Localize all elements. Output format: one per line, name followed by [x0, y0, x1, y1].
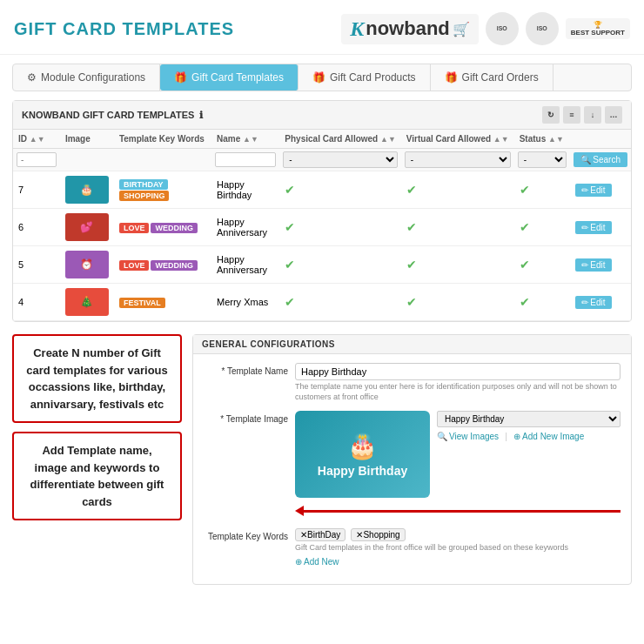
check-icon: ✔: [285, 258, 295, 272]
col-status[interactable]: Status ▲▼: [514, 130, 570, 149]
iso-badge-2: ISO: [526, 12, 559, 45]
cell-status: ✔: [514, 284, 570, 321]
view-images-link[interactable]: 🔍 View Images: [437, 432, 499, 441]
template-name-field[interactable]: [295, 363, 621, 380]
tab-gift-card-orders[interactable]: 🎁 Gift Card Orders: [431, 64, 553, 91]
filter-search-cell: 🔍 Search: [570, 149, 632, 171]
cell-edit: ✏ Edit: [570, 209, 632, 246]
filter-status-cell: -ActiveInactive: [514, 149, 570, 171]
main-content: ⚙ Module Configurations 🎁 Gift Card Temp…: [0, 55, 644, 594]
cell-image: ⏰: [60, 246, 114, 284]
check-icon: ✔: [406, 258, 417, 272]
keyword-tag-shopping: ✕ Shopping: [351, 528, 405, 541]
card-image-select[interactable]: Happy Birthday: [437, 411, 621, 427]
cell-tags: BIRTHDAYSHOPPING: [114, 171, 211, 209]
keywords-tags: ✕ BirthDay ✕ Shopping: [295, 528, 621, 541]
keyword-tag: SHOPPING: [119, 191, 170, 201]
card-thumbnail: 🎂: [65, 176, 109, 204]
search-button[interactable]: 🔍 Search: [574, 152, 627, 167]
filter-virtual-select[interactable]: -YesNo: [405, 151, 511, 168]
filter-name-cell: [211, 149, 279, 171]
gear-icon: ⚙: [27, 71, 37, 84]
card-controls: Happy Birthday 🔍 View Images |: [437, 411, 621, 441]
keywords-hint: Gift Card templates in the front office …: [295, 543, 621, 553]
header-logos: K nowband 🛒 ISO ISO 🏆 BEST SUPPORT: [341, 12, 630, 45]
check-icon: ✔: [406, 183, 417, 197]
filter-name-input[interactable]: [215, 152, 276, 167]
card-select-row: Happy Birthday: [437, 411, 621, 427]
cell-name: Happy Anniversary: [211, 209, 279, 246]
add-new-keyword-link[interactable]: ⊕ Add New: [295, 557, 339, 567]
col-physical[interactable]: Physical Card Allowed ▲▼: [279, 130, 401, 149]
template-keywords-label: Template Key Words: [204, 528, 295, 541]
filter-row: -YesNo -YesNo -ActiveInactive 🔍 Search: [13, 149, 631, 171]
filter-id-input[interactable]: [17, 152, 57, 167]
tab-module-config[interactable]: ⚙ Module Configurations: [13, 64, 160, 91]
template-name-row: * Template Name The template name you en…: [204, 363, 621, 402]
export-button[interactable]: ↓: [584, 106, 601, 124]
filter-image-cell: [60, 149, 114, 171]
config-panel: GENERAL CONFIGURATIONS * Template Name T…: [192, 334, 632, 585]
template-image-input-area: 🎂 Happy Birthday Happy Birthday: [295, 411, 621, 520]
more-button[interactable]: …: [605, 106, 622, 124]
cake-icon: 🎂: [347, 432, 378, 460]
template-image-row: * Template Image 🎂 Happy Birthday: [204, 411, 621, 520]
edit-button[interactable]: ✏ Edit: [575, 296, 612, 309]
cell-id: 5: [13, 246, 60, 284]
edit-button[interactable]: ✏ Edit: [575, 184, 612, 197]
check-icon: ✔: [520, 295, 530, 309]
giftcard-icon: 🎁: [174, 71, 187, 84]
filter-status-select[interactable]: -ActiveInactive: [518, 151, 567, 168]
col-keywords: Template Key Words: [114, 130, 211, 149]
refresh-button[interactable]: ↻: [542, 106, 560, 124]
filter-physical-cell: -YesNo: [279, 149, 401, 171]
cart-icon: 🛒: [453, 21, 470, 37]
template-keywords-row: Template Key Words ✕ BirthDay ✕ Shopping: [204, 528, 621, 567]
card-thumbnail: 🎄: [65, 288, 109, 316]
col-id[interactable]: ID ▲▼: [13, 130, 60, 149]
filter-virtual-cell: -YesNo: [401, 149, 514, 171]
config-button[interactable]: ≡: [563, 106, 580, 124]
template-name-hint: The template name you enter here is for …: [295, 382, 621, 402]
tab-gift-card-templates[interactable]: 🎁 Gift Card Templates: [160, 64, 299, 91]
table-title-area: KNOWBAND GIFT CARD TEMPLATES ℹ: [22, 110, 203, 121]
iso-badge-1: ISO: [486, 12, 519, 45]
template-keywords-input-area: ✕ BirthDay ✕ Shopping Gift Card template…: [295, 528, 621, 567]
col-name[interactable]: Name ▲▼: [211, 130, 279, 149]
cell-virtual: ✔: [401, 246, 514, 284]
cell-tags: FESTIVAL: [114, 284, 211, 321]
check-icon: ✔: [520, 258, 530, 272]
cell-status: ✔: [514, 209, 570, 246]
orders-icon: 🎁: [445, 71, 458, 84]
cell-physical: ✔: [279, 171, 401, 209]
template-name-input-area: The template name you enter here is for …: [295, 363, 621, 402]
cell-status: ✔: [514, 246, 570, 284]
search-icon-small: 🔍: [437, 432, 447, 441]
table-title: KNOWBAND GIFT CARD TEMPLATES: [22, 110, 194, 120]
tab-gift-card-products[interactable]: 🎁 Gift Card Products: [299, 64, 431, 91]
check-icon: ✔: [285, 220, 295, 234]
cell-id: 7: [13, 171, 60, 209]
cell-id: 4: [13, 284, 60, 321]
filter-physical-select[interactable]: -YesNo: [283, 151, 398, 168]
keyword-tag: FESTIVAL: [119, 298, 165, 308]
card-preview-label: Happy Birthday: [318, 464, 407, 478]
col-actions: [570, 130, 632, 149]
add-new-image-link[interactable]: ⊕ Add New Image: [513, 432, 584, 441]
page-title: GIFT CARD TEMPLATES: [14, 19, 234, 39]
cell-physical: ✔: [279, 246, 401, 284]
check-icon: ✔: [285, 183, 295, 197]
cell-virtual: ✔: [401, 171, 514, 209]
gift-card-table: ID ▲▼ Image Template Key Words Name ▲▼ P…: [13, 130, 631, 321]
callout-2: Add Template name, image and keywords to…: [12, 432, 182, 520]
best-support-badge: 🏆 BEST SUPPORT: [566, 18, 630, 39]
cell-edit: ✏ Edit: [570, 246, 632, 284]
edit-button[interactable]: ✏ Edit: [575, 221, 612, 234]
keyword-tag: LOVE: [119, 260, 150, 271]
col-virtual[interactable]: Virtual Card Allowed ▲▼: [401, 130, 514, 149]
cell-name: Happy Birthday: [211, 171, 279, 209]
edit-button[interactable]: ✏ Edit: [575, 258, 612, 272]
cell-tags: LOVEWEDDING: [114, 209, 211, 246]
card-image-links: 🔍 View Images | ⊕ Add New Image: [437, 431, 621, 441]
template-image-label: * Template Image: [204, 411, 295, 424]
